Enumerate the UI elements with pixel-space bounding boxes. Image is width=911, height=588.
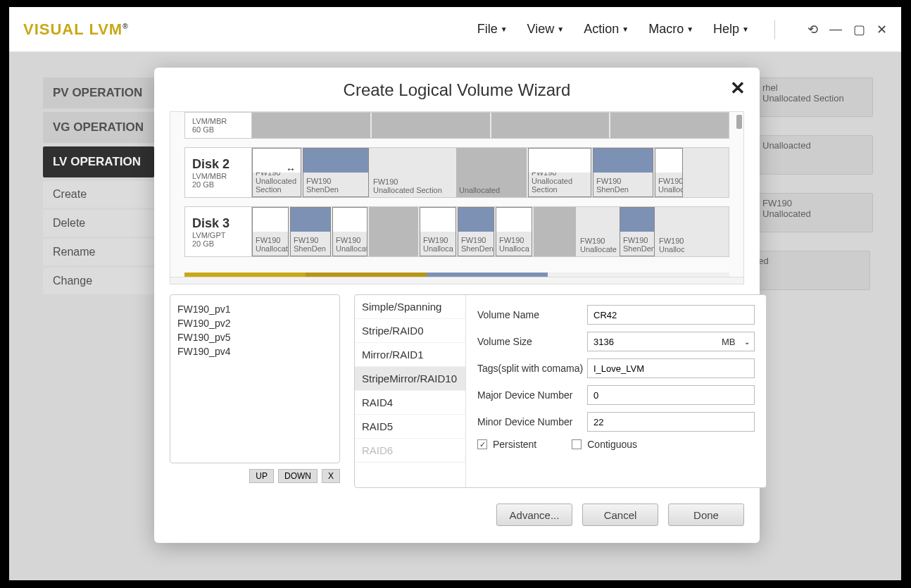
tags-label: Tags(split with comama)	[477, 363, 587, 374]
remove-button[interactable]: X	[322, 469, 340, 483]
menu-help[interactable]: Help▼	[713, 22, 749, 37]
minor-input[interactable]	[587, 412, 755, 432]
raid-simple[interactable]: Simple/Spanning	[355, 295, 465, 319]
horizontal-scrollbar[interactable]	[170, 277, 743, 284]
up-button[interactable]: UP	[249, 469, 274, 483]
raid-type-list: Simple/Spanning Stripe/RAID0 Mirror/RAID…	[355, 295, 466, 487]
minor-label: Minor Device Number	[477, 416, 587, 427]
volume-size-label: Volume Size	[477, 336, 587, 347]
tags-input[interactable]	[587, 358, 755, 378]
major-input[interactable]	[587, 385, 755, 405]
disk-label: LVM/MBR 60 GB	[184, 112, 252, 139]
pv-item[interactable]: FW190_pv2	[177, 316, 332, 330]
disk3-partitions[interactable]: FW190Unallocated FW190ShenDen FW190Unall…	[252, 206, 729, 257]
resize-cursor-icon[interactable]: ↔	[286, 163, 296, 175]
menu-action[interactable]: Action▼	[584, 22, 629, 37]
menu-macro[interactable]: Macro▼	[648, 22, 693, 37]
down-button[interactable]: DOWN	[278, 469, 318, 483]
raid-5[interactable]: RAID5	[355, 415, 465, 439]
close-icon[interactable]: ✕	[730, 77, 746, 99]
persistent-label: Persistent	[493, 439, 536, 450]
advance-button[interactable]: Advance...	[496, 503, 572, 526]
volume-size-input[interactable]	[588, 337, 717, 347]
create-lv-wizard-modal: ✕ Create Logical Volume Wizard LVM/MBR 6…	[154, 68, 760, 543]
maximize-icon[interactable]: ▢	[853, 22, 865, 37]
volume-form: Volume Name Volume Size MB ⌄	[466, 295, 766, 487]
logo: VISUAL LVM®	[23, 20, 129, 39]
cancel-button[interactable]: Cancel	[582, 503, 658, 526]
menu-file[interactable]: File▼	[477, 22, 508, 37]
raid-4[interactable]: RAID4	[355, 391, 465, 415]
raid-stripe[interactable]: Stripe/RAID0	[355, 319, 465, 343]
pv-item[interactable]: FW190_pv1	[177, 302, 332, 316]
size-unit-dropdown[interactable]: ⌄	[740, 338, 754, 346]
contiguous-label: Contiguous	[587, 439, 637, 450]
trademark: ®	[122, 22, 128, 30]
close-window-icon[interactable]: ✕	[877, 22, 887, 37]
logo-text: VISUAL LVM	[23, 20, 122, 38]
menu-view[interactable]: View▼	[527, 22, 565, 37]
done-button[interactable]: Done	[668, 503, 744, 526]
modal-title: Create Logical Volume Wizard	[170, 80, 744, 100]
refresh-icon[interactable]: ⟲	[808, 22, 818, 37]
disk2-label: Disk 2 LVM/MBR 20 GB	[184, 147, 252, 198]
volume-name-label: Volume Name	[477, 309, 587, 320]
major-label: Major Device Number	[477, 389, 587, 401]
disk2-partitions[interactable]: FW190Unallocated Section ↔ FW190ShenDen …	[252, 147, 729, 198]
divider	[774, 20, 775, 39]
raid-mirror[interactable]: Mirror/RAID1	[355, 343, 465, 367]
pv-list[interactable]: FW190_pv1 FW190_pv2 FW190_pv5 FW190_pv4	[170, 294, 340, 463]
contiguous-checkbox[interactable]	[572, 439, 582, 449]
persistent-checkbox[interactable]: ✓	[477, 439, 487, 449]
header: VISUAL LVM® File▼ View▼ Action▼ Macro▼ H…	[9, 7, 901, 52]
pv-item[interactable]: FW190_pv4	[177, 344, 332, 358]
volume-name-input[interactable]	[587, 305, 755, 325]
disk-selector: LVM/MBR 60 GB Disk 2 LVM/MBR 20 GB	[170, 111, 744, 284]
raid-6: RAID6	[355, 439, 465, 463]
scrollbar[interactable]	[736, 115, 742, 129]
minimize-icon[interactable]: —	[829, 22, 842, 37]
raid-stripemirror[interactable]: StripeMirror/RAID10	[355, 367, 465, 391]
disk3-label: Disk 3 LVM/GPT 20 GB	[184, 206, 252, 257]
pv-item[interactable]: FW190_pv5	[177, 330, 332, 344]
size-unit: MB	[717, 337, 740, 347]
